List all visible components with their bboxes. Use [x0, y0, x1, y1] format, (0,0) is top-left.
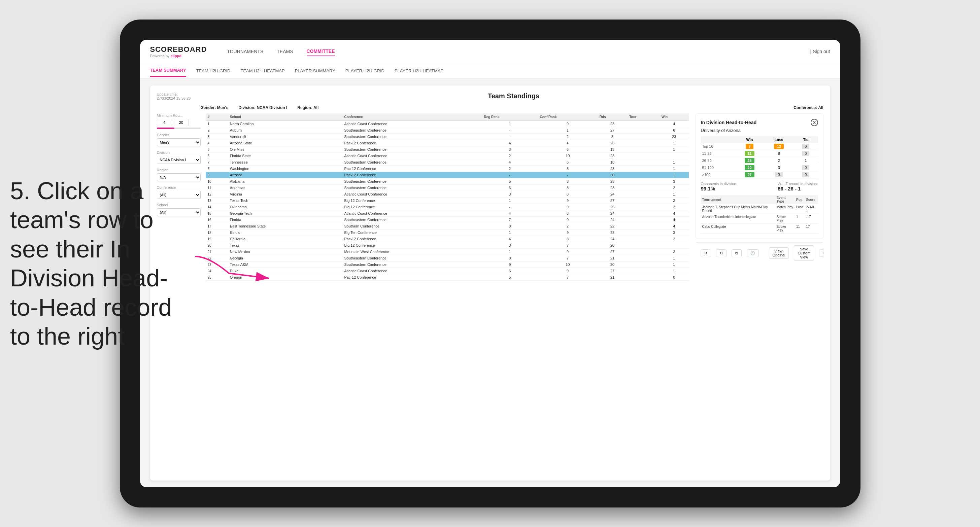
- min-rounds-row: [157, 119, 200, 126]
- nav-committee[interactable]: COMMITTEE: [307, 47, 335, 56]
- stats-row: Opponents in division: 99.1% W-L-T recor…: [701, 182, 818, 192]
- table-row[interactable]: 5 Ole Miss Southeastern Conference 3 6 1…: [206, 146, 689, 153]
- instruction-arrow: [189, 253, 283, 294]
- h2h-close-button[interactable]: ✕: [811, 119, 818, 126]
- h2h-col-loss: Loss: [764, 136, 794, 143]
- save-custom-btn[interactable]: Save Custom View: [794, 245, 814, 261]
- subnav-player-h2h-grid[interactable]: PLAYER H2H GRID: [345, 65, 385, 77]
- h2h-col-win: Win: [735, 136, 764, 143]
- logo-text: SCOREBOARD: [150, 45, 207, 54]
- sub-nav: TEAM SUMMARY TEAM H2H GRID TEAM H2H HEAT…: [140, 63, 840, 79]
- region-ctrl-label: Region: [157, 168, 200, 172]
- subnav-team-h2h-heatmap[interactable]: TEAM H2H HEATMAP: [240, 65, 285, 77]
- tournament-table: Tournament Event Type Pos Score Jackson …: [701, 195, 818, 233]
- nav-teams[interactable]: TEAMS: [277, 47, 293, 56]
- filter-division-label: Division: NCAA Division I: [239, 105, 287, 110]
- table-row[interactable]: 17 East Tennessee State Southern Confere…: [206, 223, 689, 230]
- logo-area: SCOREBOARD Powered by clippd: [150, 45, 207, 58]
- col-reg-rank: Reg Rank: [482, 113, 538, 121]
- h2h-row-2650: 26-50 25 2 1: [701, 157, 818, 164]
- min-rounds-label: Minimum Rou...: [157, 113, 200, 117]
- record-stat: W-L-T record in-division: 86 - 26 - 1: [778, 182, 818, 192]
- max-rounds-input[interactable]: [174, 119, 189, 126]
- col-win: Win: [660, 113, 689, 121]
- subnav-player-h2h-heatmap[interactable]: PLAYER H2H HEATMAP: [395, 65, 443, 77]
- division-ctrl-label: Division: [157, 151, 200, 154]
- gender-ctrl-label: Gender: [157, 133, 200, 137]
- subnav-team-summary[interactable]: TEAM SUMMARY: [150, 64, 186, 77]
- tourn-row-3: Cabo Collegiate Stroke Play 11 17: [701, 224, 818, 233]
- col-conference: Conference: [342, 113, 482, 121]
- tourn-col-pos: Pos: [795, 195, 805, 204]
- undo-btn[interactable]: ↺: [701, 249, 711, 257]
- watch-btn[interactable]: 👁 Watch: [819, 249, 823, 257]
- table-row[interactable]: 18 Illinois Big Ten Conference 1 9 23 3: [206, 230, 689, 236]
- logo-sub: Powered by clippd: [150, 54, 207, 58]
- table-row[interactable]: 16 Florida Southeastern Conference 7 9 2…: [206, 217, 689, 223]
- table-row[interactable]: 7 Tennessee Southeastern Conference 4 6 …: [206, 159, 689, 165]
- table-row[interactable]: 12 Virginia Atlantic Coast Conference 3 …: [206, 191, 689, 198]
- annotation-text: 5. Click on a team's row to see their In…: [10, 176, 178, 351]
- redo-btn[interactable]: ↻: [716, 249, 727, 257]
- col-conf-rank: Conf Rank: [538, 113, 598, 121]
- table-row[interactable]: 20 Texas Big 12 Conference 3 7 20: [206, 242, 689, 249]
- h2h-row-top10: Top 10 3 13 0: [701, 143, 818, 150]
- nav-tournaments[interactable]: TOURNAMENTS: [227, 47, 263, 56]
- tourn-row-2: Arizona Thunderbirds Intercollegiate Str…: [701, 214, 818, 224]
- table-row[interactable]: 10 Alabama Southeastern Conference 5 8 2…: [206, 178, 689, 185]
- h2h-rank-table: Win Loss Tie Top 10 3 13: [701, 136, 818, 178]
- h2h-team-name: University of Arizona: [701, 128, 818, 133]
- filter-gender-label: Gender: Men's: [200, 105, 229, 110]
- two-col-layout: Minimum Rou... Gender: [157, 113, 824, 474]
- right-panel: In Division Head-to-Head ✕ University of…: [695, 113, 824, 474]
- card-header: Update time: 27/03/2024 15:56:26 Team St…: [157, 92, 824, 100]
- table-row[interactable]: 13 Texas Tech Big 12 Conference 1 9 27 2: [206, 198, 689, 204]
- gender-select[interactable]: Men's: [157, 138, 200, 146]
- h2h-col-range: [701, 136, 735, 143]
- h2h-row-51100: 51-100 20 3 0: [701, 164, 818, 171]
- table-row[interactable]: 1 North Carolina Atlantic Coast Conferen…: [206, 121, 689, 127]
- table-row[interactable]: 19 California Pac-12 Conference 4 8 24 2: [206, 236, 689, 242]
- table-row[interactable]: 9 Arizona Pac-12 Conference - - 30 1: [206, 172, 689, 178]
- filter-row: Gender: Men's Division: NCAA Division I …: [157, 105, 824, 110]
- tourn-col-type: Event Type: [775, 195, 795, 204]
- min-rounds-input[interactable]: [157, 119, 172, 126]
- view-original-btn[interactable]: View: Original: [769, 248, 789, 259]
- update-time: Update time: 27/03/2024 15:56:26: [157, 92, 197, 100]
- col-tour: Tour: [627, 113, 660, 121]
- table-row[interactable]: 11 Arkansas Southeastern Conference 6 8 …: [206, 185, 689, 191]
- table-row[interactable]: 14 Oklahoma Big 12 Conference - 9 26 2: [206, 204, 689, 210]
- table-row[interactable]: 4 Arizona State Pac-12 Conference 4 4 26…: [206, 140, 689, 146]
- subnav-player-summary[interactable]: PLAYER SUMMARY: [295, 65, 335, 77]
- left-panel: Minimum Rou... Gender: [157, 113, 689, 474]
- subnav-team-h2h-grid[interactable]: TEAM H2H GRID: [196, 65, 231, 77]
- table-row[interactable]: 3 Vanderbilt Southeastern Conference - 2…: [206, 133, 689, 140]
- clock-btn[interactable]: 🕐: [747, 249, 759, 257]
- slider-fill: [157, 127, 174, 129]
- gender-control: Gender Men's: [157, 133, 200, 146]
- h2h-row-1125: 11-25 11 8 0: [701, 150, 818, 157]
- col-school: School: [228, 113, 342, 121]
- division-control: Division NCAA Division I: [157, 151, 200, 164]
- standings-table-col: # School Conference Reg Rank Conf Rank R…: [206, 113, 689, 474]
- tourn-row-1: Jackson T. Stephens Cup Men's Match-Play…: [701, 204, 818, 214]
- filter-region-label: Region: All: [297, 105, 318, 110]
- h2h-header: In Division Head-to-Head ✕: [701, 119, 818, 126]
- table-row[interactable]: 2 Auburn Southeastern Conference - 1 27 …: [206, 127, 689, 133]
- h2h-col-tie: Tie: [794, 136, 818, 143]
- h2h-card: In Division Head-to-Head ✕ University of…: [695, 113, 824, 239]
- opponents-stat: Opponents in division: 99.1%: [701, 182, 737, 192]
- table-row[interactable]: 8 Washington Pac-12 Conference 2 8 23 1: [206, 165, 689, 172]
- copy-btn[interactable]: ⧉: [732, 249, 741, 257]
- app-header: SCOREBOARD Powered by clippd TOURNAMENTS…: [140, 40, 840, 63]
- division-select[interactable]: NCAA Division I: [157, 156, 200, 164]
- table-row[interactable]: 15 Georgia Tech Atlantic Coast Conferenc…: [206, 210, 689, 217]
- min-rounds-control: Minimum Rou...: [157, 113, 200, 129]
- rounds-slider[interactable]: [157, 127, 200, 129]
- card-title: Team Standings: [204, 92, 824, 100]
- tourn-col-score: Score: [805, 195, 818, 204]
- table-row[interactable]: 6 Florida State Atlantic Coast Conferenc…: [206, 153, 689, 159]
- toolbar-right: 👁 Watch ⬆ Share: [819, 249, 823, 257]
- sign-out-button[interactable]: | Sign out: [810, 49, 830, 54]
- h2h-title: In Division Head-to-Head: [701, 120, 757, 125]
